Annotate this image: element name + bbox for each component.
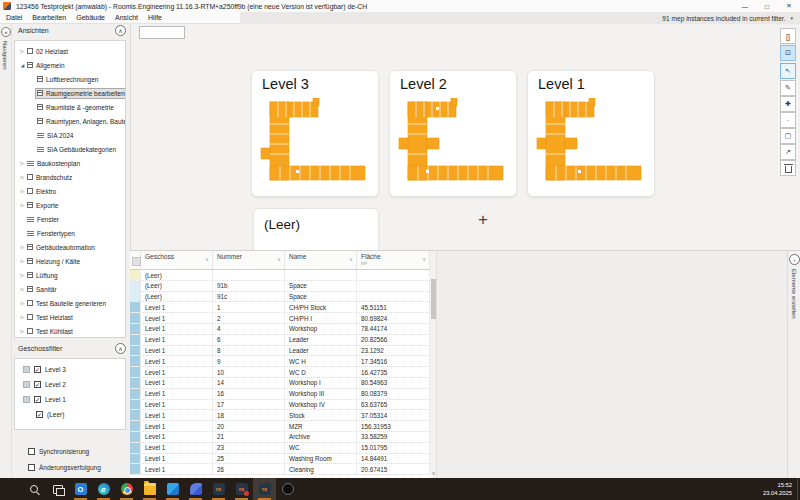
geschossfilter-item[interactable]: ✓Level 3	[15, 362, 125, 377]
menu-hilfe[interactable]: Hilfe	[148, 14, 162, 21]
aenderungsverfolgung-checkbox[interactable]	[28, 464, 35, 471]
taskbar-visual-studio-button[interactable]	[184, 478, 207, 500]
taskbar-rx-app-1-button[interactable]: rx	[207, 478, 230, 500]
level-checkbox[interactable]: ✓	[36, 411, 43, 418]
tool-select-pointer[interactable]: ↖	[780, 63, 796, 79]
taskbar-vscode-button[interactable]	[161, 478, 184, 500]
collapsed-expander-icon[interactable]: ▷	[19, 245, 26, 250]
taskbar-task-view-button[interactable]	[46, 478, 69, 500]
level-checkbox[interactable]: ✓	[34, 396, 41, 403]
table-row[interactable]: Level 116Workshop III80.08379	[130, 389, 430, 400]
expand-elements-button[interactable]: ‹	[789, 254, 800, 265]
taskbar-rx-app-2-button[interactable]: rx	[230, 478, 253, 500]
table-row[interactable]: Level 19WC H17.34516	[130, 356, 430, 367]
tree-item[interactable]: SIA Gebäudekategorien	[15, 142, 125, 156]
mep-filter-bar[interactable]: 91 mep instances included in current fil…	[240, 12, 800, 24]
taskbar-explorer-button[interactable]	[138, 478, 161, 500]
table-row[interactable]: Level 118Stock37.05314	[130, 410, 430, 421]
tree-item[interactable]: ▷Brandschutz	[15, 170, 125, 184]
tree-item[interactable]: ▷Lüftung	[15, 268, 125, 282]
table-row[interactable]: Level 114Workshop I80.54963	[130, 378, 430, 389]
level-checkbox[interactable]: ✓	[34, 366, 41, 373]
minimize-button[interactable]: —	[734, 0, 756, 12]
tool-delete[interactable]	[780, 160, 796, 176]
collapse-ansichten-button[interactable]: ∧	[115, 25, 126, 36]
tree-item[interactable]: ◢Allgemein	[15, 58, 125, 72]
collapsed-expander-icon[interactable]: ▷	[19, 161, 26, 166]
menu-gebäude[interactable]: Gebäude	[76, 14, 105, 21]
tool-edit-pencil[interactable]: ✎	[780, 80, 796, 96]
add-level-button[interactable]: +	[473, 210, 493, 230]
collapsed-expander-icon[interactable]: ▷	[19, 203, 26, 208]
tree-item[interactable]: Luftberechnungen	[15, 72, 125, 86]
table-row[interactable]: Level 14Workshop78.44174	[130, 324, 430, 335]
floor-plan-level-1[interactable]	[534, 98, 650, 194]
geschossfilter-item[interactable]: ✓Level 1	[15, 392, 125, 407]
taskbar-clock[interactable]: 15:52 23.04.2025	[763, 481, 792, 497]
table-row[interactable]: Level 11CH/PH Stock45.51151	[130, 302, 430, 313]
tool-point[interactable]: ·	[780, 112, 796, 128]
geschossfilter-item[interactable]: ✓Level 2	[15, 377, 125, 392]
collapsed-expander-icon[interactable]: ▷	[19, 301, 26, 306]
taskbar-recorder-button[interactable]	[276, 478, 299, 500]
taskbar-chrome-button[interactable]	[115, 478, 138, 500]
column-header-nummer[interactable]: Nummer∨	[213, 251, 285, 269]
table-row[interactable]: Level 110WC D16.42735	[130, 367, 430, 378]
collapsed-expander-icon[interactable]: ▷	[19, 175, 26, 180]
column-header-name[interactable]: Name∨	[285, 251, 357, 269]
collapse-nav-button[interactable]: «	[1, 27, 11, 37]
collapsed-expander-icon[interactable]: ▷	[19, 287, 26, 292]
table-row[interactable]: (Leer)	[130, 270, 430, 281]
floor-plan-level-2[interactable]	[396, 98, 512, 194]
close-button[interactable]: ✕	[778, 0, 800, 12]
tree-item[interactable]: ▷Baukostenplan	[15, 156, 125, 170]
table-row[interactable]: Level 18Leader23.1292	[130, 346, 430, 357]
tool-move[interactable]: ✚	[780, 96, 796, 112]
geschossfilter-item[interactable]: ✓(Leer)	[15, 407, 125, 422]
tool-measure[interactable]: ↗	[780, 144, 796, 160]
tree-item[interactable]: Raumgeometrie bearbeiten	[15, 86, 125, 100]
taskbar-rx-app-active-button[interactable]: rx	[253, 478, 276, 500]
filter-chevron-icon[interactable]: ∨	[205, 256, 209, 262]
collapse-geschossfilter-button[interactable]: ∧	[115, 343, 126, 354]
level-card-1[interactable]: Level 1	[527, 70, 655, 197]
menu-datei[interactable]: Datei	[6, 14, 22, 21]
collapsed-expander-icon[interactable]: ▷	[19, 273, 26, 278]
floor-plan-level-3[interactable]	[258, 98, 374, 194]
taskbar-search-button[interactable]	[23, 478, 46, 500]
tree-item[interactable]: Fenstertypen	[15, 226, 125, 240]
level-card-3[interactable]: Level 3	[251, 70, 379, 197]
filter-chevron-icon[interactable]: ∨	[422, 256, 426, 262]
menu-ansicht[interactable]: Ansicht	[115, 14, 138, 21]
table-row[interactable]: Level 125Washing Room14.84491	[130, 454, 430, 465]
tree-item[interactable]: ▷Elektro	[15, 184, 125, 198]
collapsed-expander-icon[interactable]: ▷	[19, 315, 26, 320]
table-row[interactable]: (Leer)91bSpace	[130, 281, 430, 292]
maximize-button[interactable]: □	[756, 0, 778, 12]
table-row[interactable]: Level 121Archive33.58259	[130, 432, 430, 443]
synchronisierung-checkbox[interactable]	[28, 448, 35, 455]
column-header-fläche[interactable]: Flächem²∨	[357, 251, 430, 269]
filter-chevron-icon[interactable]: ∨	[349, 256, 353, 262]
table-row[interactable]: Level 12CH/PH I80.69824	[130, 313, 430, 324]
tree-item[interactable]: ▷Heizung / Kälte	[15, 254, 125, 268]
floating-input[interactable]	[139, 26, 185, 39]
filter-chevron-icon[interactable]: ∨	[277, 256, 281, 262]
aenderungsverfolgung-option[interactable]: Änderungsverfolgung	[28, 464, 101, 471]
tree-item[interactable]: ▷Exporte	[15, 198, 125, 212]
tool-fit-frame[interactable]: []	[780, 28, 796, 44]
collapsed-expander-icon[interactable]: ▷	[19, 259, 26, 264]
tool-zoom-selection[interactable]: ⊡	[780, 45, 796, 61]
level-card-2[interactable]: Level 2	[389, 70, 517, 197]
tree-item[interactable]: ▷Gebäudeautomation	[15, 240, 125, 254]
scroll-down-icon[interactable]: ∨	[430, 470, 437, 476]
table-row[interactable]: Level 120MZR156.31953	[130, 421, 430, 432]
select-all-corner[interactable]	[130, 251, 141, 270]
tree-item[interactable]: ▷Test Bauteile generieren	[15, 296, 125, 310]
tree-item[interactable]: ▷Test Kühllast	[15, 324, 125, 338]
expanded-expander-icon[interactable]: ◢	[19, 63, 26, 68]
collapsed-expander-icon[interactable]: ▷	[19, 189, 26, 194]
synchronisierung-option[interactable]: Synchronisierung	[28, 448, 89, 455]
table-row[interactable]: Level 126Cleaning20.67415	[130, 464, 430, 475]
collapsed-expander-icon[interactable]: ▷	[19, 49, 26, 54]
